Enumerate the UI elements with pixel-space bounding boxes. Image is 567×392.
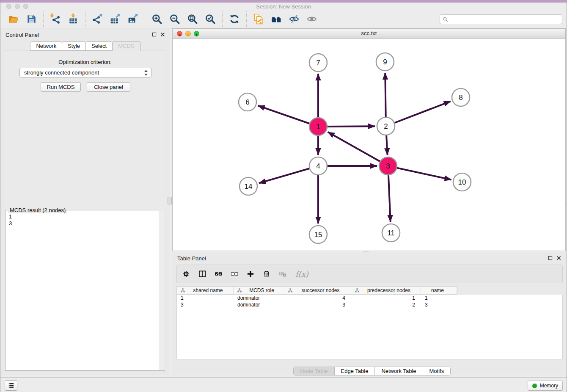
search-field[interactable] xyxy=(440,14,562,24)
cell-MCDS-role[interactable]: dominator xyxy=(234,301,284,308)
column-header-name[interactable]: name xyxy=(421,287,457,294)
deselect-all-checkboxes-icon[interactable] xyxy=(230,270,239,278)
zoom-selected-icon[interactable] xyxy=(205,14,216,25)
home-icon[interactable] xyxy=(271,14,282,25)
open-network-file-icon[interactable] xyxy=(253,14,264,25)
save-session-icon[interactable] xyxy=(26,14,37,25)
hide-panel-eye-icon[interactable] xyxy=(289,14,300,25)
graph-node-8[interactable]: 8 xyxy=(452,88,470,106)
cell-successor-nodes[interactable]: 4 xyxy=(284,295,351,301)
mcds-result-textarea[interactable]: 13 xyxy=(6,211,164,370)
graph-edge-1-6[interactable] xyxy=(258,106,318,127)
float-panel-icon[interactable] xyxy=(151,32,157,37)
run-mcds-button[interactable]: Run MCDS xyxy=(41,82,81,92)
network-view-window: scc.txt 1234678910111415 xyxy=(172,28,566,251)
control-panel: Control Panel NetworkStyleSelectMCDS Opt… xyxy=(0,29,170,375)
delete-table-icon xyxy=(278,270,287,278)
tab-network[interactable]: Network xyxy=(30,41,62,51)
cell-MCDS-role[interactable]: dominator xyxy=(234,295,284,301)
zoom-out-icon[interactable] xyxy=(169,14,180,25)
column-settings-gear-icon[interactable] xyxy=(182,270,190,278)
cell-predecessor-nodes[interactable]: 1 xyxy=(351,295,421,301)
cell-name[interactable]: 3 xyxy=(421,301,457,308)
network-window-titlebar[interactable]: scc.txt xyxy=(173,29,565,39)
toolbar-separator xyxy=(145,11,145,27)
toolbar-separator xyxy=(222,11,223,27)
close-table-panel-icon[interactable] xyxy=(556,255,561,261)
list-icon xyxy=(8,382,15,389)
network-canvas[interactable]: 1234678910111415 xyxy=(173,38,565,251)
graph-node-6[interactable]: 6 xyxy=(239,93,256,111)
show-columns-icon[interactable] xyxy=(198,270,206,278)
control-panel-tabs: NetworkStyleSelectMCDS xyxy=(0,41,170,51)
import-table-icon[interactable] xyxy=(68,14,79,25)
network-window-title: scc.txt xyxy=(173,30,565,36)
column-header-predecessor-nodes[interactable]: predecessor nodes xyxy=(351,287,421,294)
tab-network-table[interactable]: Network Table xyxy=(375,367,423,375)
column-header-successor-nodes[interactable]: successor nodes xyxy=(284,287,351,294)
tab-style[interactable]: Style xyxy=(62,41,86,51)
export-table-icon[interactable] xyxy=(110,14,121,25)
graph-node-14[interactable]: 14 xyxy=(239,177,257,195)
export-image-icon[interactable] xyxy=(127,14,138,25)
export-network-icon[interactable] xyxy=(92,14,103,25)
graph-node-1[interactable]: 1 xyxy=(309,118,327,135)
tab-select[interactable]: Select xyxy=(85,41,113,51)
svg-text:6: 6 xyxy=(245,98,249,106)
graph-node-7[interactable]: 7 xyxy=(309,54,327,72)
column-header-shared-name[interactable]: shared name xyxy=(177,287,234,294)
control-panel-title: Control Panel xyxy=(6,32,39,38)
table-tabs: Node TableEdge TableNetwork TableMotifs xyxy=(293,367,451,375)
close-panel-icon[interactable] xyxy=(160,32,165,37)
show-panel-eye-icon[interactable] xyxy=(306,14,317,25)
apply-preferred-layout-icon[interactable] xyxy=(229,14,240,25)
graph-node-4[interactable]: 4 xyxy=(309,157,327,175)
import-network-icon[interactable] xyxy=(50,14,61,25)
search-icon xyxy=(443,17,448,22)
graph-edge-3-10[interactable] xyxy=(388,166,451,180)
svg-text:11: 11 xyxy=(387,229,395,237)
tab-mcds[interactable]: MCDS xyxy=(112,41,140,51)
graph-node-15[interactable]: 15 xyxy=(309,226,327,243)
svg-text:14: 14 xyxy=(245,182,253,190)
memory-status-icon xyxy=(532,384,537,388)
graph-node-11[interactable]: 11 xyxy=(382,224,400,242)
tab-motifs[interactable]: Motifs xyxy=(423,367,451,375)
zoom-fit-icon[interactable] xyxy=(187,14,198,25)
graph-node-3[interactable]: 3 xyxy=(379,157,397,175)
graph-node-2[interactable]: 2 xyxy=(377,117,395,135)
cell-name[interactable]: 1 xyxy=(421,295,457,301)
close-panel-button[interactable]: Close panel xyxy=(87,82,130,92)
table-panel: Table Panel f(x) shared nameMCDS rolesuc… xyxy=(172,252,566,375)
optimization-criterion-select[interactable]: strongly connected component xyxy=(19,68,151,77)
graph-node-10[interactable]: 10 xyxy=(453,173,471,191)
zoom-in-icon[interactable] xyxy=(151,14,162,25)
graph-edge-2-8[interactable] xyxy=(386,101,451,126)
cell-shared-name[interactable]: 3 xyxy=(177,301,234,308)
table-row[interactable]: 3dominator323 xyxy=(177,301,562,308)
svg-text:10: 10 xyxy=(458,178,466,186)
select-all-checkboxes-icon[interactable] xyxy=(214,270,223,278)
cell-shared-name[interactable]: 1 xyxy=(177,295,234,301)
graph-node-9[interactable]: 9 xyxy=(376,53,394,71)
table-header-row: shared nameMCDS rolesuccessor nodesprede… xyxy=(176,286,457,295)
function-builder-icon: f(x) xyxy=(295,270,308,279)
result-scrollbar[interactable] xyxy=(159,211,164,370)
cell-successor-nodes[interactable]: 3 xyxy=(284,301,351,308)
table-row[interactable]: 1dominator411 xyxy=(177,295,562,301)
add-column-icon[interactable] xyxy=(246,270,255,278)
chevron-up-down-icon xyxy=(144,69,148,76)
open-file-icon[interactable] xyxy=(8,14,19,25)
memory-button[interactable]: Memory xyxy=(528,381,563,391)
vertical-splitter-grip[interactable] xyxy=(168,197,172,204)
float-table-panel-icon[interactable] xyxy=(548,255,553,261)
cell-predecessor-nodes[interactable]: 2 xyxy=(351,301,421,308)
tab-edge-table[interactable]: Edge Table xyxy=(335,367,375,375)
task-history-button[interactable] xyxy=(5,380,17,391)
delete-column-icon[interactable] xyxy=(262,270,271,278)
tab-node-table[interactable]: Node Table xyxy=(294,367,335,375)
column-header-MCDS-role[interactable]: MCDS role xyxy=(234,287,284,294)
graph-edge-3-1[interactable] xyxy=(328,132,388,166)
table-body: 1dominator4113dominator323 xyxy=(176,295,563,359)
search-input[interactable] xyxy=(448,14,562,24)
